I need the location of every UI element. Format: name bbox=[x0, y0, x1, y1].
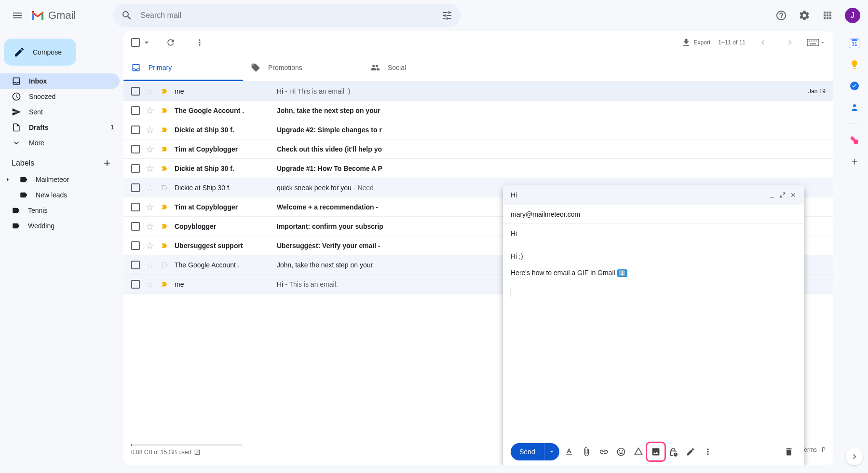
add-app-button[interactable] bbox=[850, 157, 859, 167]
sidebar-item-more[interactable]: More bbox=[0, 135, 120, 151]
compose-subject-field[interactable]: Hi bbox=[503, 224, 804, 243]
email-row[interactable]: ☆Tim at CopybloggerCheck out this video … bbox=[123, 139, 833, 159]
mailmeteor-app-button[interactable] bbox=[850, 136, 859, 145]
star-button[interactable]: ☆ bbox=[146, 124, 154, 136]
footer-terms[interactable]: Terms · P bbox=[801, 446, 826, 453]
calendar-app-button[interactable]: 31 bbox=[850, 39, 859, 48]
star-button[interactable]: ☆ bbox=[146, 143, 154, 155]
compose-body[interactable]: Hi :) Here's how to email a GIF in Gmail… bbox=[503, 243, 804, 438]
prev-page-button[interactable] bbox=[753, 33, 773, 52]
compose-more-button[interactable] bbox=[700, 444, 716, 459]
star-button[interactable]: ☆ bbox=[146, 201, 154, 213]
tab-social[interactable]: Social bbox=[363, 54, 482, 81]
star-button[interactable]: ☆ bbox=[146, 105, 154, 116]
tune-icon[interactable] bbox=[441, 10, 453, 21]
select-all-checkbox[interactable] bbox=[131, 38, 140, 47]
important-icon[interactable] bbox=[160, 125, 169, 134]
attach-button[interactable] bbox=[579, 444, 594, 459]
email-checkbox[interactable] bbox=[131, 125, 140, 134]
email-checkbox[interactable] bbox=[131, 164, 140, 173]
label-icon bbox=[12, 206, 20, 215]
sidebar-item-snoozed[interactable]: Snoozed bbox=[0, 89, 120, 104]
important-icon[interactable] bbox=[160, 222, 169, 231]
send-button[interactable]: Send bbox=[511, 443, 559, 460]
compose-to-field[interactable]: mary@mailmeteor.com bbox=[503, 205, 804, 224]
email-row[interactable]: ☆Dickie at Ship 30 f.Upgrade #2: Simple … bbox=[123, 120, 833, 139]
keep-app-button[interactable] bbox=[850, 60, 859, 70]
main-menu-button[interactable] bbox=[8, 6, 27, 25]
email-checkbox[interactable] bbox=[131, 280, 140, 289]
star-button[interactable]: ☆ bbox=[146, 182, 154, 194]
email-row[interactable]: ☆Dickie at Ship 30 f.Upgrade #1: How To … bbox=[123, 159, 833, 178]
sidebar-item-inbox[interactable]: Inbox bbox=[0, 73, 120, 89]
tab-promotions[interactable]: Promotions bbox=[243, 54, 363, 81]
tasks-app-button[interactable] bbox=[850, 81, 859, 91]
signature-button[interactable] bbox=[683, 444, 698, 459]
star-button[interactable]: ☆ bbox=[146, 259, 154, 271]
email-checkbox[interactable] bbox=[131, 261, 140, 269]
email-checkbox[interactable] bbox=[131, 145, 140, 153]
more-button[interactable] bbox=[190, 33, 209, 52]
insert-photo-button[interactable] bbox=[648, 444, 664, 459]
email-checkbox[interactable] bbox=[131, 183, 140, 192]
label-wedding[interactable]: Wedding bbox=[0, 218, 120, 234]
important-outline-icon[interactable] bbox=[160, 261, 169, 269]
label-mailmeteor[interactable]: Mailmeteor bbox=[0, 172, 120, 187]
email-checkbox[interactable] bbox=[131, 222, 140, 231]
account-avatar[interactable]: J bbox=[845, 8, 860, 23]
chevron-left-icon bbox=[758, 38, 768, 47]
important-icon[interactable] bbox=[160, 280, 169, 289]
tab-primary[interactable]: Primary bbox=[123, 54, 243, 81]
formatting-button[interactable] bbox=[561, 444, 577, 459]
input-tools-button[interactable] bbox=[807, 39, 826, 46]
next-page-button[interactable] bbox=[780, 33, 800, 52]
side-panel-toggle[interactable] bbox=[846, 448, 863, 465]
label-tennis[interactable]: Tennis bbox=[0, 203, 120, 218]
drive-button[interactable] bbox=[631, 444, 646, 459]
email-row[interactable]: ☆The Google Account .John, take the next… bbox=[123, 101, 833, 120]
settings-button[interactable] bbox=[795, 6, 814, 25]
important-icon[interactable] bbox=[160, 106, 169, 115]
compose-header[interactable]: Hi bbox=[503, 185, 804, 205]
fullscreen-button[interactable] bbox=[779, 192, 786, 198]
email-row[interactable]: ☆meHi - Hi This is an email :)Jan 19 bbox=[123, 82, 833, 101]
minimize-button[interactable] bbox=[769, 192, 775, 198]
contacts-app-button[interactable] bbox=[850, 102, 859, 112]
important-icon[interactable] bbox=[160, 87, 169, 96]
confidential-button[interactable] bbox=[665, 444, 681, 459]
link-button[interactable] bbox=[596, 444, 611, 459]
star-button[interactable]: ☆ bbox=[146, 240, 154, 251]
trash-icon bbox=[784, 447, 794, 457]
star-button[interactable]: ☆ bbox=[146, 163, 154, 174]
emoji-button[interactable] bbox=[613, 444, 629, 459]
star-button[interactable]: ☆ bbox=[146, 221, 154, 232]
important-outline-icon[interactable] bbox=[160, 183, 169, 192]
email-checkbox[interactable] bbox=[131, 87, 140, 96]
important-icon[interactable] bbox=[160, 203, 169, 211]
open-external-icon[interactable] bbox=[194, 449, 201, 456]
gmail-logo[interactable]: Gmail bbox=[31, 9, 76, 22]
compose-button[interactable]: Compose bbox=[4, 39, 76, 66]
add-label-button[interactable] bbox=[102, 158, 112, 168]
search-bar[interactable] bbox=[113, 4, 461, 27]
email-checkbox[interactable] bbox=[131, 106, 140, 115]
discard-draft-button[interactable] bbox=[781, 444, 797, 459]
star-button[interactable]: ☆ bbox=[146, 278, 154, 290]
send-options-button[interactable] bbox=[544, 443, 559, 460]
label-new-leads[interactable]: New leads bbox=[0, 187, 120, 203]
apps-button[interactable] bbox=[818, 6, 837, 25]
important-icon[interactable] bbox=[160, 164, 169, 173]
email-checkbox[interactable] bbox=[131, 203, 140, 211]
important-icon[interactable] bbox=[160, 241, 169, 250]
sidebar-item-drafts[interactable]: Drafts1 bbox=[0, 120, 120, 135]
help-button[interactable] bbox=[772, 6, 791, 25]
chevron-down-icon[interactable] bbox=[142, 38, 151, 47]
sidebar-item-sent[interactable]: Sent bbox=[0, 104, 120, 120]
star-button[interactable]: ☆ bbox=[146, 85, 154, 97]
important-icon[interactable] bbox=[160, 145, 169, 153]
refresh-button[interactable] bbox=[161, 33, 180, 52]
export-button[interactable]: Export bbox=[681, 38, 711, 47]
close-button[interactable] bbox=[790, 192, 797, 198]
email-checkbox[interactable] bbox=[131, 241, 140, 250]
search-input[interactable] bbox=[140, 11, 434, 20]
